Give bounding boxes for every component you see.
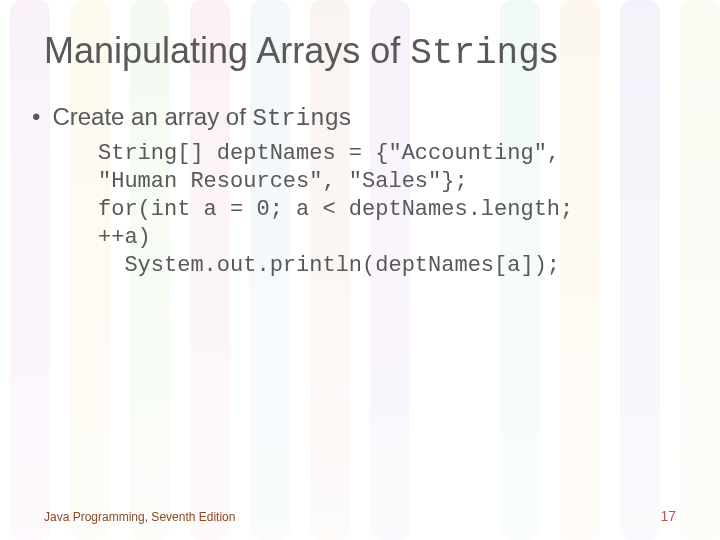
bullet-before: Create an array of	[52, 103, 252, 130]
code-line: for(int a = 0; a < deptNames.length;	[98, 197, 573, 222]
code-block: String[] deptNames = {"Accounting", "Hum…	[98, 140, 676, 280]
code-line: "Human Resources", "Sales"};	[98, 169, 468, 194]
slide-title: Manipulating Arrays of Strings	[44, 30, 676, 74]
code-line: ++a)	[98, 225, 151, 250]
title-code: String	[410, 33, 540, 74]
bullet-after: s	[339, 103, 351, 130]
title-text-after: s	[540, 30, 558, 71]
code-line: System.out.println(deptNames[a]);	[98, 253, 560, 278]
bullet-text: Create an array of Strings	[52, 102, 351, 134]
bullet-code: String	[253, 105, 339, 132]
code-line: String[] deptNames = {"Accounting",	[98, 141, 560, 166]
title-text-before: Manipulating Arrays of	[44, 30, 410, 71]
bullet-marker: •	[32, 102, 40, 132]
bullet-item: • Create an array of Strings	[32, 102, 676, 134]
